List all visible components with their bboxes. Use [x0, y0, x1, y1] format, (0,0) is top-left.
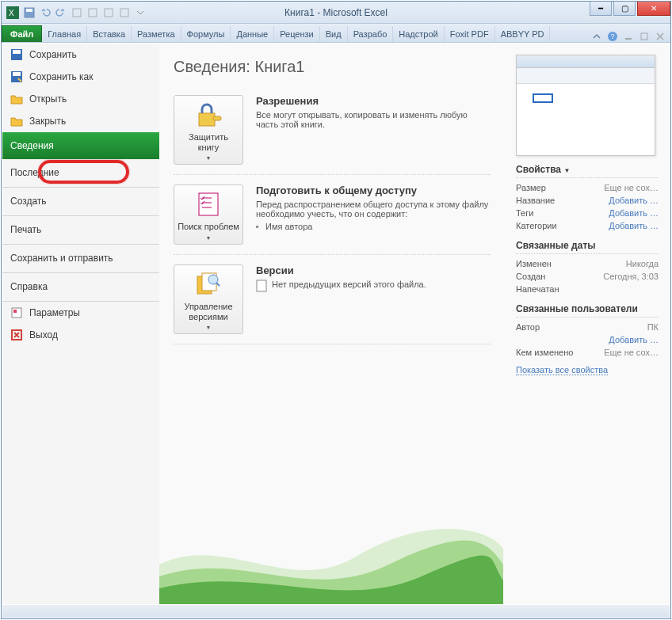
section-permissions: Защитить книгу ▼ Разрешения Все могут от…	[174, 86, 491, 175]
sidebar-item-label: Открыть	[29, 93, 67, 105]
tab-abbyy[interactable]: ABBYY PD	[495, 26, 551, 42]
sidebar-item-help[interactable]: Справка	[2, 273, 159, 300]
tab-file[interactable]: Файл	[2, 25, 42, 42]
prop-row-printed: Напечатан	[516, 283, 659, 295]
maximize-button[interactable]: ▢	[613, 2, 636, 16]
button-label: Поиск проблем	[178, 222, 239, 232]
section-text: Нет предыдущих версий этого файла.	[272, 280, 426, 292]
properties-heading[interactable]: Свойства ▼	[516, 164, 659, 178]
chevron-down-icon: ▼	[206, 155, 212, 161]
prop-row-categories: КатегорииДобавить …	[516, 219, 659, 232]
sidebar-item-open[interactable]: Открыть	[2, 88, 159, 110]
button-label: Управление версиями	[178, 302, 239, 321]
show-all-properties-link[interactable]: Показать все свойства	[516, 365, 608, 375]
titlebar: X Книга1 - Microsoft Excel ━ ▢ ✕	[2, 2, 670, 24]
tab-layout[interactable]: Разметка	[132, 26, 181, 42]
svg-rect-3	[26, 9, 32, 12]
window-restore-icon[interactable]	[639, 31, 650, 42]
tab-addins[interactable]: Надстрой	[393, 26, 444, 42]
sidebar-item-label: Последние	[10, 167, 59, 178]
window-controls: ━ ▢ ✕	[588, 2, 670, 16]
decorative-wave	[159, 509, 503, 604]
qat-icon[interactable]	[86, 6, 100, 20]
sidebar-item-recent[interactable]: Последние	[2, 159, 159, 186]
sidebar-item-label: Сведения	[10, 140, 54, 151]
section-prepare: Поиск проблем ▼ Подготовить к общему дос…	[174, 175, 491, 255]
protect-workbook-button[interactable]: Защитить книгу ▼	[174, 95, 243, 165]
related-users-heading: Связанные пользователи	[516, 303, 659, 318]
sidebar-item-print[interactable]: Печать	[2, 216, 159, 243]
excel-icon: X	[6, 6, 19, 19]
qat-icon[interactable]	[117, 6, 132, 20]
sidebar-item-exit[interactable]: Выход	[2, 324, 159, 346]
exit-icon	[10, 329, 23, 341]
tab-formulas[interactable]: Формулы	[181, 26, 231, 42]
section-heading: Версии	[256, 264, 491, 276]
help-icon[interactable]: ?	[607, 31, 618, 42]
svg-rect-6	[105, 9, 113, 17]
svg-rect-5	[89, 9, 97, 17]
svg-rect-13	[13, 50, 21, 54]
sidebar-item-label: Создать	[10, 196, 47, 207]
document-thumbnail[interactable]	[516, 55, 655, 156]
qat-icon[interactable]	[70, 6, 84, 20]
prop-row-size: РазмерЕще не сох…	[516, 181, 659, 194]
chevron-down-icon: ▼	[206, 235, 212, 241]
window-close-icon[interactable]	[655, 31, 666, 42]
backstage-view: Сохранить Сохранить как Открыть Закрыть …	[2, 44, 670, 604]
sidebar-item-label: Сохранить как	[29, 71, 93, 82]
tab-review[interactable]: Рецензи	[274, 26, 320, 42]
undo-icon[interactable]	[38, 6, 52, 20]
sidebar-item-save[interactable]: Сохранить	[2, 44, 159, 66]
sidebar-item-save-send[interactable]: Сохранить и отправить	[2, 245, 159, 272]
sidebar-item-info[interactable]: Сведения	[2, 132, 159, 159]
sidebar-item-close[interactable]: Закрыть	[2, 110, 159, 132]
tab-data[interactable]: Данные	[231, 26, 274, 42]
check-issues-button[interactable]: Поиск проблем ▼	[174, 184, 243, 245]
prop-row-title: НазваниеДобавить …	[516, 194, 659, 207]
tab-foxit[interactable]: Foxit PDF	[445, 26, 495, 42]
redo-icon[interactable]	[54, 6, 68, 20]
ribbon-minimize-icon[interactable]	[591, 31, 602, 42]
svg-rect-11	[641, 33, 647, 40]
prop-row-author-add: Добавить …	[516, 333, 659, 346]
button-label: Защитить книгу	[178, 132, 239, 152]
section-body: Версии Нет предыдущих версий этого файла…	[256, 264, 491, 334]
manage-versions-button[interactable]: Управление версиями ▼	[174, 264, 243, 334]
minimize-button[interactable]: ━	[590, 2, 612, 16]
tab-developer[interactable]: Разрабо	[348, 26, 394, 42]
sidebar-item-save-as[interactable]: Сохранить как	[2, 66, 159, 88]
save-icon	[10, 48, 23, 61]
page-title: Сведения: Книга1	[174, 58, 491, 76]
save-icon[interactable]	[22, 6, 36, 20]
folder-close-icon	[10, 115, 23, 127]
tab-view[interactable]: Вид	[320, 26, 348, 42]
backstage-sidebar: Сохранить Сохранить как Открыть Закрыть …	[2, 44, 159, 604]
prop-row-tags: ТегиДобавить …	[516, 207, 659, 219]
sidebar-item-new[interactable]: Создать	[2, 188, 159, 215]
svg-rect-4	[73, 9, 81, 17]
tab-insert[interactable]: Вставка	[87, 26, 132, 42]
sidebar-item-options[interactable]: Параметры	[2, 302, 159, 324]
related-dates-heading: Связанные даты	[516, 240, 659, 254]
tab-home[interactable]: Главная	[42, 26, 87, 42]
lock-icon	[193, 101, 224, 129]
close-button[interactable]: ✕	[637, 2, 670, 16]
svg-rect-7	[120, 9, 128, 17]
svg-text:X: X	[9, 9, 14, 17]
svg-rect-20	[213, 116, 221, 120]
backstage-main: Сведения: Книга1 Защитить книгу ▼ Разреш…	[159, 44, 503, 604]
qat-dropdown-icon[interactable]	[133, 6, 147, 20]
options-icon	[10, 306, 23, 319]
prop-row-author: АвторПК	[516, 321, 659, 333]
sidebar-item-label: Сохранить и отправить	[10, 253, 113, 264]
ribbon-right-controls: ?	[591, 31, 670, 42]
sidebar-item-label: Сохранить	[29, 49, 77, 60]
svg-rect-10	[625, 38, 632, 40]
quick-access-toolbar	[22, 6, 147, 20]
section-text: Перед распространением общего доступа к …	[256, 200, 491, 219]
sidebar-item-label: Печать	[10, 224, 41, 235]
qat-icon[interactable]	[101, 6, 116, 20]
window-minimize-icon[interactable]	[623, 31, 634, 42]
section-body: Разрешения Все могут открывать, копирова…	[256, 95, 491, 165]
